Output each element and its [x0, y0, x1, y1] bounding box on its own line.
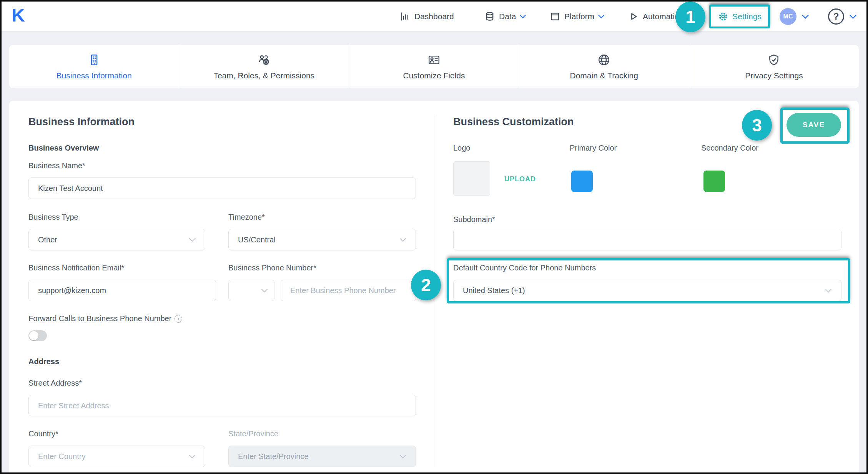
chevron-down-icon: [189, 238, 196, 242]
upload-button[interactable]: UPLOAD: [504, 175, 536, 183]
chevron-down-icon: [399, 238, 406, 242]
default-country-code-select[interactable]: United States (+1): [453, 280, 841, 301]
building-icon: [88, 53, 101, 66]
chevron-down-icon: [598, 15, 604, 18]
default-country-code-label: Default Country Code for Phone Numbers: [453, 264, 596, 272]
secondary-color-label: Secondary Color: [701, 144, 758, 152]
chevron-down-icon[interactable]: [850, 15, 856, 19]
nav-item-data[interactable]: Data: [484, 2, 526, 31]
bar-chart-icon: [400, 11, 411, 22]
tab-label: Customize Fields: [403, 71, 465, 80]
chevron-down-icon[interactable]: [802, 15, 809, 19]
info-icon[interactable]: i: [175, 315, 182, 323]
tab-team-roles-permissions[interactable]: Team, Roles, & Permissions: [179, 45, 349, 88]
window-icon: [550, 11, 560, 22]
secondary-color-swatch[interactable]: [703, 171, 725, 192]
kizen-logo[interactable]: K: [12, 5, 25, 26]
logo-upload-box[interactable]: [453, 161, 490, 196]
nav-item-dashboard[interactable]: Dashboard: [400, 2, 454, 31]
shield-check-icon: [767, 53, 780, 66]
annotation-step-3: 3: [742, 110, 772, 141]
annotation-step-1: 1: [675, 2, 705, 32]
notification-email-label: Business Notification Email*: [28, 264, 124, 272]
page-title: Business Information: [28, 116, 135, 128]
business-name-input[interactable]: [29, 178, 416, 199]
tab-label: Privacy Settings: [745, 71, 803, 80]
tab-privacy-settings[interactable]: Privacy Settings: [689, 45, 859, 88]
tab-label: Domain & Tracking: [570, 71, 638, 80]
people-gear-icon: [258, 53, 271, 66]
nav-label-data: Data: [499, 12, 516, 21]
globe-icon: [597, 53, 610, 66]
state-province-select: Enter State/Province: [228, 446, 416, 467]
customization-title: Business Customization: [453, 116, 574, 128]
database-icon: [484, 11, 495, 22]
street-address-label: Street Address*: [28, 379, 82, 388]
phone-number-input[interactable]: [281, 280, 416, 301]
tab-customize-fields[interactable]: Customize Fields: [349, 45, 519, 88]
app-window: K Dashboard Data Platform: [0, 0, 868, 474]
business-type-select[interactable]: Other: [28, 229, 205, 250]
logo-label: Logo: [453, 144, 471, 152]
nav-item-settings[interactable]: Settings: [709, 5, 770, 28]
phone-number-label: Business Phone Number*: [228, 264, 316, 272]
top-nav-bar: K Dashboard Data Platform: [2, 2, 866, 31]
country-label: Country*: [28, 429, 58, 438]
country-select[interactable]: Enter Country: [28, 446, 205, 467]
settings-content-card: Business Information Business Overview B…: [9, 101, 859, 472]
play-icon: [628, 11, 639, 22]
tab-label: Team, Roles, & Permissions: [214, 71, 315, 80]
tab-business-information[interactable]: Business Information: [9, 45, 179, 88]
chevron-down-icon: [399, 454, 406, 459]
nav-item-platform[interactable]: Platform: [550, 2, 604, 31]
nav-label-platform: Platform: [564, 12, 594, 21]
street-address-field-wrap: [28, 395, 416, 416]
phone-number-field-wrap: [281, 280, 416, 301]
phone-country-code-select[interactable]: [228, 280, 274, 301]
chevron-down-icon: [520, 15, 526, 18]
help-menu[interactable]: ?: [828, 2, 856, 31]
subdomain-field-wrap: [453, 229, 841, 250]
business-name-label: Business Name*: [28, 161, 85, 170]
state-province-label: State/Province: [228, 429, 278, 438]
tab-label: Business Information: [57, 71, 132, 80]
chevron-down-icon: [825, 288, 832, 293]
primary-color-swatch[interactable]: [571, 171, 593, 192]
user-menu[interactable]: MC: [780, 2, 809, 31]
timezone-select[interactable]: US/Central: [228, 229, 416, 250]
notification-email-input[interactable]: [29, 280, 216, 301]
id-card-icon: [427, 53, 441, 66]
street-address-input[interactable]: [29, 395, 416, 416]
settings-tab-strip: Business Information Team, Roles, & Perm…: [9, 45, 859, 88]
toggle-knob: [29, 331, 38, 340]
gear-icon: [718, 11, 728, 22]
primary-color-label: Primary Color: [570, 144, 617, 152]
help-icon[interactable]: ?: [828, 8, 844, 25]
forward-calls-label: Forward Calls to Business Phone Number i: [28, 314, 182, 323]
nav-label-settings: Settings: [732, 12, 762, 21]
tab-domain-tracking[interactable]: Domain & Tracking: [519, 45, 689, 88]
annotation-step-2: 2: [411, 270, 441, 300]
business-name-field-wrap: [28, 177, 416, 199]
avatar[interactable]: MC: [780, 8, 796, 25]
nav-label-dashboard: Dashboard: [414, 12, 454, 21]
save-button[interactable]: SAVE: [787, 113, 841, 137]
chevron-down-icon: [189, 454, 196, 459]
subdomain-input[interactable]: [454, 229, 841, 250]
section-address: Address: [28, 357, 59, 366]
notification-email-field-wrap: [28, 280, 216, 301]
forward-calls-toggle[interactable]: [28, 330, 47, 341]
chevron-down-icon: [261, 288, 268, 293]
section-business-overview: Business Overview: [28, 144, 99, 152]
business-type-label: Business Type: [28, 213, 78, 222]
timezone-label: Timezone*: [228, 213, 265, 222]
subdomain-label: Subdomain*: [453, 215, 495, 224]
